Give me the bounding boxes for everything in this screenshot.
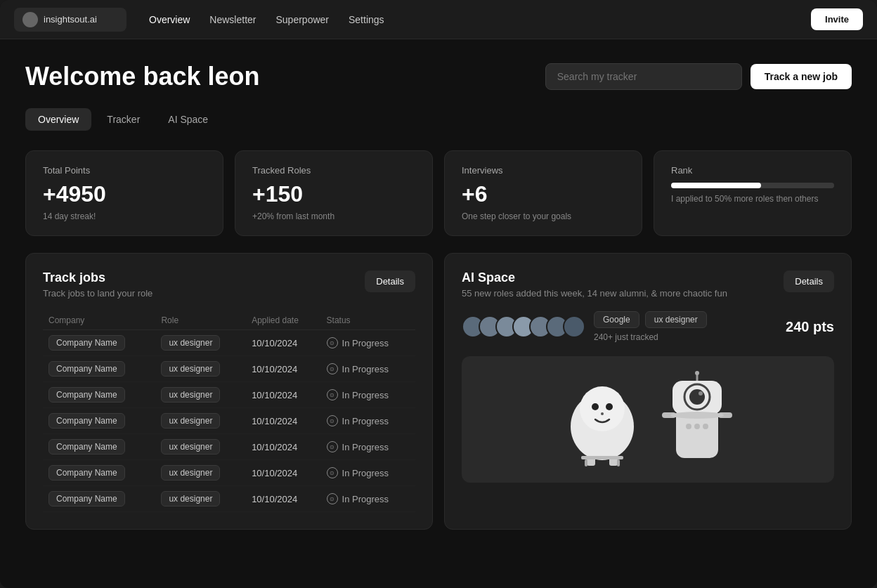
svg-point-3 (606, 403, 613, 410)
table-row: Company Name ux designer 10/10/2024 ⊙ In… (43, 460, 415, 486)
invite-button[interactable]: Invite (811, 8, 863, 30)
stat-value-tracked-roles: +150 (252, 181, 415, 207)
cell-role: ux designer (155, 356, 246, 382)
svg-rect-7 (581, 456, 623, 459)
ai-tracking-info: Google ux designer 240+ just tracked (594, 311, 707, 342)
cell-role: ux designer (155, 408, 246, 434)
company-tag[interactable]: Company Name (48, 413, 125, 429)
ai-tag-google: Google (594, 311, 639, 328)
svg-rect-8 (585, 459, 587, 466)
nav-link-superpower[interactable]: Superpower (276, 11, 330, 28)
stat-sub-rank: I applied to 50% more roles then others (671, 194, 834, 204)
header-actions: Track a new job (545, 63, 852, 90)
svg-point-13 (689, 389, 705, 405)
company-tag[interactable]: Company Name (48, 335, 125, 351)
status-text: In Progress (342, 338, 389, 348)
cell-company: Company Name (43, 330, 155, 356)
company-tag[interactable]: Company Name (48, 465, 125, 481)
status-text: In Progress (342, 442, 389, 452)
role-tag[interactable]: ux designer (161, 439, 220, 455)
bottom-grid: Track jobs Track jobs to land your role … (25, 253, 852, 530)
col-role: Role (155, 311, 246, 330)
role-tag[interactable]: ux designer (161, 491, 220, 507)
app-window: insightsout.ai Overview Newsletter Super… (0, 0, 877, 588)
tab-overview[interactable]: Overview (25, 108, 91, 131)
col-status: Status (321, 311, 415, 330)
status-text: In Progress (342, 390, 389, 400)
svg-point-4 (601, 412, 604, 415)
cell-company: Company Name (43, 460, 155, 486)
svg-point-14 (699, 391, 703, 396)
company-tag[interactable]: Company Name (48, 491, 125, 507)
track-new-job-button[interactable]: Track a new job (751, 64, 852, 89)
avatar-7 (563, 315, 585, 338)
ai-pts-label: 240 pts (786, 319, 834, 335)
table-row: Company Name ux designer 10/10/2024 ⊙ In… (43, 356, 415, 382)
header-row: Welcome back leon Track a new job (25, 62, 852, 91)
brand-avatar-icon (22, 12, 38, 27)
robot-round-icon (560, 370, 644, 469)
main-content: Welcome back leon Track a new job Overvi… (0, 39, 877, 588)
stat-label-tracked-roles: Tracked Roles (252, 165, 415, 176)
stat-label-total-points: Total Points (43, 165, 206, 176)
ai-tags: Google ux designer (594, 311, 707, 328)
stat-sub-tracked-roles: +20% from last month (252, 211, 415, 221)
brand-name: insightsout.ai (44, 14, 97, 25)
stat-value-interviews: +6 (462, 181, 625, 207)
cell-role: ux designer (155, 330, 246, 356)
ai-space-details-button[interactable]: Details (784, 270, 834, 292)
company-tag[interactable]: Company Name (48, 439, 125, 455)
role-tag[interactable]: ux designer (161, 361, 220, 377)
company-tag[interactable]: Company Name (48, 361, 125, 377)
cell-date: 10/10/2024 (246, 408, 320, 434)
track-jobs-details-button[interactable]: Details (365, 270, 415, 292)
cell-status: ⊙ In Progress (321, 356, 415, 382)
ai-space-panel: AI Space 55 new roles added this week, 1… (444, 253, 852, 530)
nav-link-settings[interactable]: Settings (349, 11, 384, 28)
ai-tracking-row: Google ux designer 240+ just tracked 240… (462, 311, 834, 342)
role-tag[interactable]: ux designer (161, 465, 220, 481)
track-jobs-title-group: Track jobs Track jobs to land your role (43, 270, 152, 299)
cell-role: ux designer (155, 382, 246, 408)
ai-space-sub: 55 new roles added this week, 14 new alu… (462, 288, 727, 299)
cell-company: Company Name (43, 382, 155, 408)
job-table: Company Role Applied date Status Company… (43, 311, 415, 512)
status-text: In Progress (342, 468, 389, 478)
role-tag[interactable]: ux designer (161, 387, 220, 403)
status-icon: ⊙ (327, 467, 338, 478)
role-tag[interactable]: ux designer (161, 335, 220, 351)
svg-point-1 (580, 386, 625, 431)
table-row: Company Name ux designer 10/10/2024 ⊙ In… (43, 330, 415, 356)
cell-date: 10/10/2024 (246, 460, 320, 486)
cell-status: ⊙ In Progress (321, 434, 415, 460)
avatars-stack (462, 315, 585, 338)
job-table-body: Company Name ux designer 10/10/2024 ⊙ In… (43, 330, 415, 512)
search-input[interactable] (545, 63, 742, 90)
table-row: Company Name ux designer 10/10/2024 ⊙ In… (43, 382, 415, 408)
nav-link-overview[interactable]: Overview (149, 11, 190, 28)
stat-label-interviews: Interviews (462, 165, 625, 176)
tab-tracker[interactable]: Tracker (94, 108, 152, 131)
ai-tracking-label: 240+ just tracked (594, 332, 707, 342)
svg-point-22 (670, 412, 724, 419)
cell-status: ⊙ In Progress (321, 486, 415, 512)
stat-sub-interviews: One step closer to your goals (462, 211, 625, 221)
track-jobs-panel-header: Track jobs Track jobs to land your role … (43, 270, 415, 299)
status-icon: ⊙ (327, 441, 338, 452)
company-tag[interactable]: Company Name (48, 387, 125, 403)
nav-links: Overview Newsletter Superpower Settings (149, 11, 788, 28)
robot-tall-icon (658, 370, 736, 469)
status-icon: ⊙ (327, 415, 338, 426)
cell-role: ux designer (155, 460, 246, 486)
svg-point-19 (686, 424, 691, 429)
tab-ai-space[interactable]: AI Space (155, 108, 221, 131)
stats-grid: Total Points +4950 14 day streak! Tracke… (25, 150, 852, 236)
svg-point-20 (694, 424, 700, 429)
nav-link-newsletter[interactable]: Newsletter (209, 11, 256, 28)
col-company: Company (43, 311, 155, 330)
role-tag[interactable]: ux designer (161, 413, 220, 429)
status-icon: ⊙ (327, 337, 338, 348)
stat-card-interviews: Interviews +6 One step closer to your go… (444, 150, 642, 236)
status-text: In Progress (342, 364, 389, 374)
ai-space-title: AI Space (462, 270, 727, 285)
